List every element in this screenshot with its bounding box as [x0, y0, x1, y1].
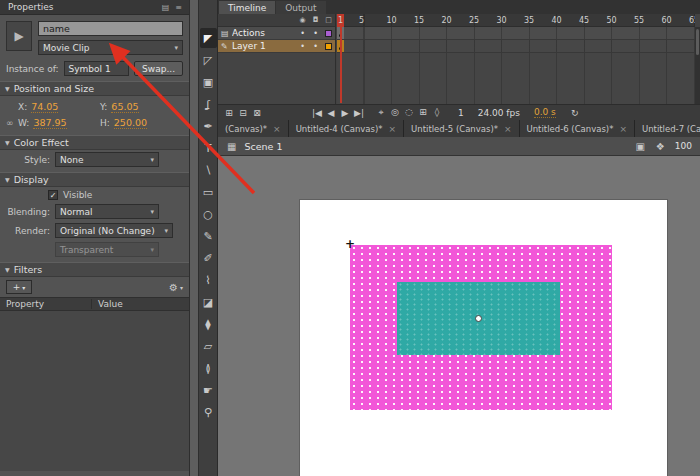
document-tab[interactable]: Untitled-6 (Canvas)* ×	[520, 120, 635, 137]
x-value[interactable]: 74.05	[31, 101, 58, 113]
tool-icon: ◪	[203, 296, 213, 309]
section-filters[interactable]: ▼ Filters	[0, 262, 189, 277]
new-folder-button[interactable]: ⊟	[236, 108, 250, 118]
brush-tool[interactable]: ✐	[200, 248, 217, 268]
unlock-dot[interactable]: •	[309, 42, 322, 51]
go-to-first-frame-button[interactable]: |◀	[310, 108, 324, 118]
document-tab[interactable]: Untitled-5 (Canvas)* ×	[404, 120, 519, 137]
close-tab-icon[interactable]: ×	[619, 124, 627, 134]
frames-row-layer1[interactable]	[337, 40, 695, 53]
close-tab-icon[interactable]: ×	[389, 124, 397, 134]
section-display[interactable]: ▼ Display	[0, 172, 189, 187]
properties-panel: Properties ▤ ≡ ▶ Movie Clip ▾ Instance o…	[0, 0, 190, 476]
section-position-size[interactable]: ▼ Position and Size	[0, 81, 189, 96]
stage-canvas[interactable]: +	[300, 200, 667, 476]
unlock-dot[interactable]: •	[309, 29, 322, 38]
show-hide-icon[interactable]: ◉	[296, 16, 309, 24]
document-tab[interactable]: (Canvas)* ×	[218, 120, 289, 137]
edit-scene-icon[interactable]: ▣	[632, 141, 647, 152]
pen-tool[interactable]: ✒	[200, 116, 217, 136]
tab-output[interactable]: Output	[276, 1, 325, 14]
tool-icon: ✎	[203, 230, 212, 243]
layer-row-layer1[interactable]: ✎ Layer 1 • •	[218, 40, 335, 53]
render-dropdown[interactable]: Original (No Change) ▾	[55, 223, 173, 238]
center-frame-button[interactable]: ⌖	[374, 107, 388, 118]
selection-tool[interactable]: ◤	[200, 28, 217, 48]
layer-row-actions[interactable]: ▤ Actions • •	[218, 27, 335, 40]
zoom-tool[interactable]: ⚲	[200, 402, 217, 422]
inner-teal-rectangle[interactable]	[397, 282, 560, 355]
style-dropdown[interactable]: None ▾	[55, 152, 159, 167]
symbol-type-dropdown[interactable]: Movie Clip ▾	[38, 40, 183, 55]
frames-row-actions[interactable]	[337, 27, 695, 40]
step-back-button[interactable]: ◀	[324, 108, 338, 118]
tab-timeline[interactable]: Timeline	[219, 1, 275, 14]
swap-button[interactable]: Swap...	[134, 61, 183, 76]
edit-symbol-icon[interactable]: ❖	[653, 141, 668, 152]
eyedropper-tool[interactable]: ⧫	[200, 314, 217, 334]
elapsed-time[interactable]: 0.0 s	[534, 107, 556, 118]
text-tool[interactable]: T	[200, 138, 217, 158]
chevron-down-icon: ▾	[150, 246, 154, 254]
w-value[interactable]: 387.95	[33, 117, 66, 129]
frames-area[interactable]: 15101520253035404550556065	[337, 14, 695, 104]
subselection-tool[interactable]: ◸	[200, 50, 217, 70]
panel-collapse-icon[interactable]: ▤	[159, 3, 173, 12]
transformation-point[interactable]	[475, 315, 482, 322]
eraser-tool[interactable]: ▱	[200, 336, 217, 356]
outline-color-chip[interactable]	[322, 30, 335, 37]
free-transform-tool[interactable]: ▣	[200, 72, 217, 92]
link-dimensions-icon[interactable]: ∞	[6, 118, 18, 128]
close-tab-icon[interactable]: ×	[273, 124, 281, 134]
bone-tool[interactable]: ⌇	[200, 270, 217, 290]
layer-columns-header: ◉ ◘ □	[218, 14, 335, 27]
lasso-tool[interactable]: ʆ	[200, 94, 217, 114]
h-value[interactable]: 250.00	[114, 117, 147, 129]
loop-icon[interactable]: ↻	[568, 108, 582, 118]
stage-pasteboard[interactable]: +	[218, 156, 700, 476]
pencil-tool[interactable]: ✎	[200, 226, 217, 246]
visible-dot[interactable]: •	[296, 29, 309, 38]
hand-tool[interactable]: ☛	[200, 380, 217, 400]
instance-of-label: Instance of:	[6, 64, 59, 74]
timeline-scrollbar[interactable]	[695, 27, 700, 104]
y-value[interactable]: 65.05	[111, 101, 138, 113]
filter-options-button[interactable]: ⚙ ▾	[169, 282, 183, 293]
close-tab-icon[interactable]: ×	[504, 124, 512, 134]
paint-bucket-tool[interactable]: ◪	[200, 292, 217, 312]
frame-number: 15	[414, 14, 442, 26]
delete-layer-button[interactable]: ⊠	[250, 108, 264, 118]
play-button[interactable]: ▶	[338, 108, 352, 118]
empty-frame-grid[interactable]	[337, 53, 695, 104]
panel-resize-gutter[interactable]	[190, 0, 199, 476]
section-triangle-icon: ▼	[5, 176, 10, 183]
onion-skin-button[interactable]: ◎	[388, 107, 402, 118]
instance-name-input[interactable]	[38, 21, 183, 36]
visible-dot[interactable]: •	[296, 42, 309, 51]
go-to-last-frame-button[interactable]: ▶|	[352, 108, 366, 118]
oval-tool[interactable]: ○	[200, 204, 217, 224]
panel-menu-icon[interactable]: ≡	[172, 3, 185, 12]
selected-pink-rectangle[interactable]: +	[350, 245, 612, 410]
rectangle-tool[interactable]: ▭	[200, 182, 217, 202]
new-layer-button[interactable]: ⊞	[222, 108, 236, 118]
outline-color-chip[interactable]	[322, 43, 335, 50]
add-filter-button[interactable]: + ▾	[6, 280, 32, 294]
scene-breadcrumb[interactable]: Scene 1	[244, 141, 282, 152]
edit-multiple-frames-button[interactable]: ⊞	[416, 107, 430, 118]
document-tab[interactable]: Untitled-4 (Canvas)* ×	[289, 120, 404, 137]
blending-dropdown[interactable]: Normal ▾	[55, 204, 159, 219]
instance-of-value[interactable]: Symbol 1	[64, 61, 130, 76]
outline-icon[interactable]: □	[322, 16, 335, 24]
lock-icon[interactable]: ◘	[309, 16, 322, 24]
line-tool[interactable]: ∖	[200, 160, 217, 180]
zoom-level[interactable]: 100	[673, 141, 694, 151]
document-tab[interactable]: Untitled-7 (Canvas)* ×	[635, 120, 700, 137]
frame-rate[interactable]: 24.00 fps	[478, 108, 520, 118]
width-tool[interactable]: ≬	[200, 358, 217, 378]
modify-markers-button[interactable]: ◊	[430, 107, 444, 118]
frame-ruler[interactable]: 15101520253035404550556065	[337, 14, 695, 27]
section-color-effect[interactable]: ▼ Color Effect	[0, 135, 189, 150]
visible-checkbox[interactable]: ✓	[48, 190, 58, 200]
onion-skin-outlines-button[interactable]: ◌	[402, 107, 416, 118]
